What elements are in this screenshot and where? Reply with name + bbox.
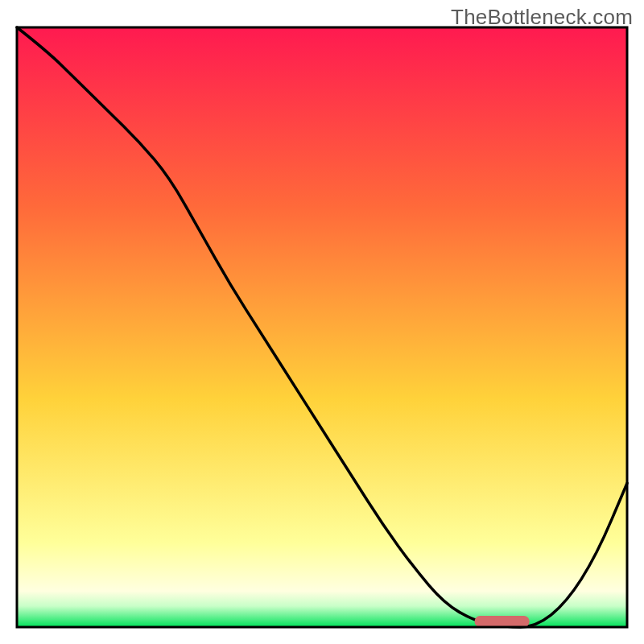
chart-stage: TheBottleneck.com [0, 0, 644, 644]
watermark-text: TheBottleneck.com [451, 5, 633, 30]
optimal-range-marker [475, 616, 530, 627]
bottleneck-chart [0, 0, 644, 644]
plot-background [17, 27, 627, 627]
